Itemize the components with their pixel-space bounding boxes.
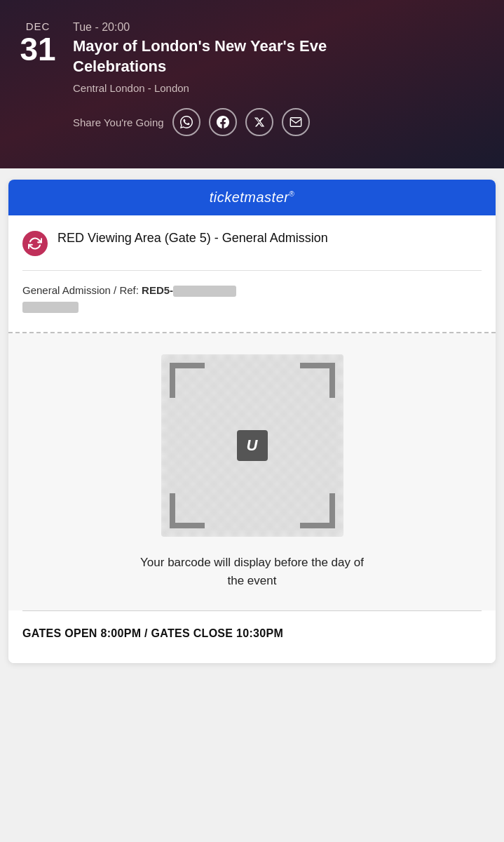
- qr-message: Your barcode will display before the day…: [133, 554, 372, 589]
- ticket-container: ticketmaster® RED Viewing Area (Gate 5) …: [8, 180, 496, 663]
- event-time: Tue - 20:00: [73, 21, 487, 34]
- ticketmaster-logo: ticketmaster®: [210, 189, 295, 205]
- event-month: DEC: [26, 21, 50, 32]
- refresh-icon-wrapper: [22, 231, 48, 256]
- ticket-ref-row: General Admission / Ref: RED5-: [22, 282, 482, 318]
- qr-center-logo: U: [237, 430, 268, 461]
- event-location: Central London - London: [73, 82, 487, 94]
- email-share-button[interactable]: [282, 108, 310, 136]
- refresh-icon[interactable]: [22, 231, 48, 256]
- qr-corner-tl: [170, 363, 205, 398]
- gates-section: GATES OPEN 8:00PM / GATES CLOSE 10:30PM: [8, 611, 496, 663]
- whatsapp-share-button[interactable]: [172, 108, 200, 136]
- event-info: Tue - 20:00 Mayor of London's New Year's…: [73, 21, 487, 136]
- share-row: Share You're Going: [73, 108, 487, 136]
- qr-corner-br: [300, 493, 335, 528]
- event-header: DEC 31 Tue - 20:00 Mayor of London's New…: [0, 0, 504, 168]
- ticket-qr-section: U Your barcode will display before the d…: [8, 333, 496, 610]
- ref-redacted-inline: [173, 286, 236, 297]
- ref-bold: RED5-: [142, 284, 173, 296]
- ticketmaster-header: ticketmaster®: [8, 180, 496, 215]
- qr-corner-bl: [170, 493, 205, 528]
- share-label: Share You're Going: [73, 116, 164, 128]
- ref-prefix: General Admission / Ref:: [22, 284, 142, 296]
- event-title: Mayor of London's New Year's Eve Celebra…: [73, 36, 487, 76]
- qr-corner-tr: [300, 363, 335, 398]
- ticket-type-label: RED Viewing Area (Gate 5) - General Admi…: [57, 229, 328, 247]
- svg-rect-0: [290, 118, 301, 127]
- ticket-type-row: RED Viewing Area (Gate 5) - General Admi…: [22, 229, 482, 256]
- x-share-button[interactable]: [245, 108, 273, 136]
- ref-redacted-block: [22, 302, 79, 313]
- event-day: 31: [20, 33, 55, 65]
- facebook-share-button[interactable]: [209, 108, 237, 136]
- ticket-divider-1: [22, 270, 482, 271]
- qr-code: U: [161, 354, 343, 537]
- gates-text: GATES OPEN 8:00PM / GATES CLOSE 10:30PM: [22, 625, 482, 642]
- event-date: DEC 31: [17, 21, 59, 65]
- ticket-top-section: RED Viewing Area (Gate 5) - General Admi…: [8, 215, 496, 332]
